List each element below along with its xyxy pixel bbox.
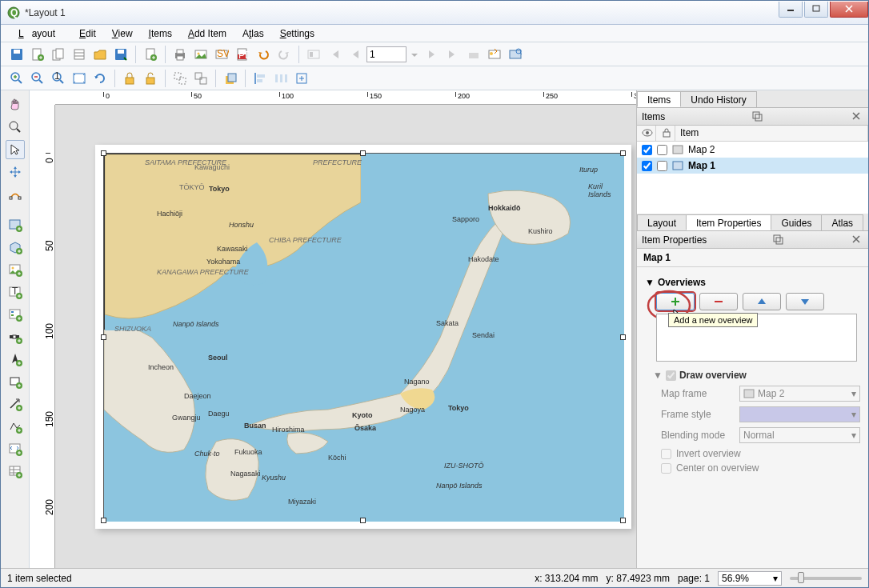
add-map-tool[interactable]: [6, 215, 25, 234]
tab-layout[interactable]: Layout: [637, 214, 687, 230]
save-template-button[interactable]: [111, 45, 130, 64]
menu-layout[interactable]: Layout: [10, 26, 71, 42]
add-3dmap-tool[interactable]: [6, 238, 25, 257]
tab-items[interactable]: Items: [637, 91, 681, 107]
group-button[interactable]: [170, 69, 190, 88]
zoom-combo[interactable]: 56.9%▾: [718, 571, 782, 586]
edit-nodes-tool[interactable]: [6, 185, 25, 204]
zoom-slider[interactable]: [790, 577, 862, 580]
save-button[interactable]: [7, 45, 26, 64]
zoom-out-button[interactable]: [28, 69, 47, 88]
item-row-map1[interactable]: Map 1: [637, 158, 868, 174]
map-frame-combo[interactable]: Map 2 ▾: [739, 386, 860, 402]
add-node-tool[interactable]: [6, 417, 25, 436]
select-tool[interactable]: [6, 140, 25, 159]
print-button[interactable]: [170, 45, 190, 64]
tab-atlas[interactable]: Atlas: [821, 214, 863, 230]
remove-overview-button[interactable]: [699, 293, 738, 310]
atlas-settings-button[interactable]: [506, 45, 525, 64]
ungroup-button[interactable]: [191, 69, 210, 88]
open-template-button[interactable]: [90, 45, 110, 64]
redo-button[interactable]: [274, 45, 294, 64]
add-label-tool[interactable]: T: [6, 282, 25, 302]
draw-overview-section[interactable]: ▼ Draw overview: [653, 370, 860, 381]
add-legend-tool[interactable]: [6, 305, 25, 324]
pan-tool[interactable]: [6, 95, 25, 114]
tab-guides[interactable]: Guides: [771, 214, 822, 230]
move-content-tool[interactable]: [6, 162, 25, 182]
atlas-last-button[interactable]: [443, 45, 463, 64]
atlas-next-button[interactable]: [422, 45, 442, 64]
add-arrow-tool[interactable]: [6, 394, 25, 414]
blending-mode-combo[interactable]: Normal▾: [739, 427, 860, 443]
layout-canvas-area: 0 50 100 150 200 250 300 0 50 100 150 20…: [30, 90, 636, 568]
lock-button[interactable]: [120, 69, 139, 88]
item-visible-checkbox[interactable]: [642, 145, 652, 155]
item-locked-checkbox[interactable]: [657, 161, 667, 171]
frame-style-combo[interactable]: ▾: [739, 406, 860, 422]
map-item-map1[interactable]: Hokkaidō Sapporo Kushiro Hakodate Sendai…: [103, 153, 623, 521]
menu-view[interactable]: View: [104, 26, 141, 42]
atlas-prev-button[interactable]: [346, 45, 365, 64]
atlas-preview-button[interactable]: [304, 45, 323, 64]
overviews-section-header[interactable]: ▼ Overviews: [645, 277, 860, 288]
add-overview-button[interactable]: [656, 293, 695, 310]
close-button[interactable]: [830, 2, 868, 18]
add-scalebar-tool[interactable]: [6, 327, 25, 346]
zoom-in-button[interactable]: [7, 69, 26, 88]
refresh-button[interactable]: [90, 69, 110, 88]
zoom-tool[interactable]: [6, 118, 25, 137]
properties-tabs: Layout Item Properties Guides Atlas: [637, 214, 868, 231]
close-panel-icon[interactable]: [851, 234, 863, 246]
atlas-dropdown-button[interactable]: [408, 45, 421, 64]
item-locked-checkbox[interactable]: [657, 145, 667, 155]
align-left-button[interactable]: [250, 69, 270, 88]
center-overview-checkbox[interactable]: [661, 463, 671, 474]
map-item-map2[interactable]: SAITAMA PREFECTURE Kawaguchi PREFECTURE …: [104, 154, 360, 330]
svg-rect-37: [126, 78, 134, 84]
zoom-full-button[interactable]: [70, 69, 89, 88]
invert-overview-checkbox[interactable]: [661, 449, 671, 459]
export-pdf-button[interactable]: PDF: [233, 45, 252, 64]
atlas-page-input[interactable]: [366, 46, 406, 62]
new-layout-button[interactable]: [28, 45, 47, 64]
distribute-button[interactable]: [271, 69, 290, 88]
layout-canvas[interactable]: Hokkaidō Sapporo Kushiro Hakodate Sendai…: [55, 105, 636, 568]
menu-settings[interactable]: Settings: [272, 26, 322, 42]
resize-button[interactable]: [292, 69, 311, 88]
export-svg-button[interactable]: SVG: [212, 45, 231, 64]
atlas-first-button[interactable]: [325, 45, 344, 64]
item-row-map2[interactable]: Map 2: [637, 142, 868, 158]
add-table-tool[interactable]: [6, 462, 25, 481]
minimize-button[interactable]: [779, 2, 803, 18]
raise-button[interactable]: [221, 69, 240, 88]
add-pages-button[interactable]: [141, 45, 160, 64]
menu-add-item[interactable]: Add Item: [180, 26, 234, 42]
zoom-actual-button[interactable]: 1: [49, 69, 68, 88]
maximize-button[interactable]: [804, 2, 828, 18]
add-northarrow-tool[interactable]: [6, 350, 25, 369]
menu-items[interactable]: Items: [141, 26, 180, 42]
export-image-button[interactable]: [191, 45, 210, 64]
undock-icon[interactable]: [751, 110, 764, 123]
tab-item-properties[interactable]: Item Properties: [686, 214, 771, 230]
draw-overview-checkbox[interactable]: [666, 370, 676, 381]
duplicate-layout-button[interactable]: [49, 45, 68, 64]
layout-manager-button[interactable]: [70, 45, 89, 64]
overviews-list[interactable]: Add a new overview: [656, 314, 857, 362]
atlas-export-button[interactable]: [485, 45, 504, 64]
tab-undo-history[interactable]: Undo History: [680, 91, 756, 107]
unlock-button[interactable]: [141, 69, 160, 88]
move-overview-down-button[interactable]: [786, 293, 824, 310]
close-panel-icon[interactable]: [851, 110, 863, 123]
add-shape-tool[interactable]: [6, 372, 25, 391]
menu-atlas[interactable]: Atlas: [234, 26, 272, 42]
item-visible-checkbox[interactable]: [642, 161, 652, 171]
add-picture-tool[interactable]: [6, 260, 25, 279]
undock-icon[interactable]: [772, 234, 785, 246]
menu-edit[interactable]: Edit: [71, 26, 104, 42]
add-html-tool[interactable]: [6, 439, 25, 458]
move-overview-up-button[interactable]: [743, 293, 781, 310]
undo-button[interactable]: [254, 45, 273, 64]
atlas-print-button[interactable]: [464, 45, 483, 64]
